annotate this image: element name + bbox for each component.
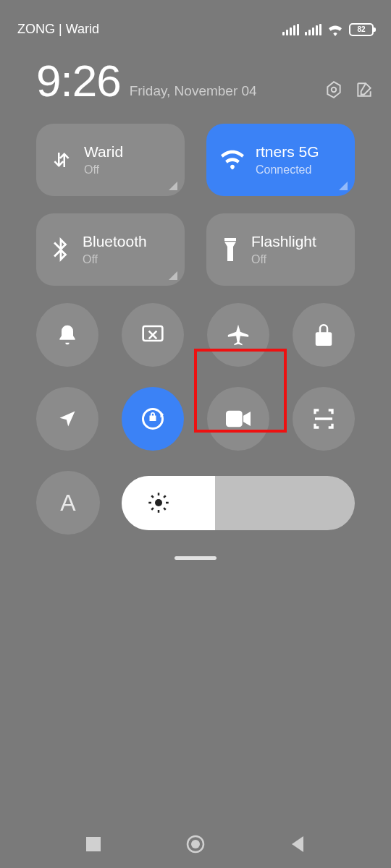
panel-handle[interactable] [175, 556, 216, 560]
scanner-toggle[interactable] [293, 387, 355, 451]
svg-rect-1 [143, 326, 163, 341]
bluetooth-sub: Off [83, 253, 147, 266]
bluetooth-tile[interactable]: Bluetooth Off [36, 213, 185, 286]
bell-icon [56, 323, 79, 346]
carrier-label: ZONG | Warid [17, 22, 99, 37]
airplane-toggle[interactable] [207, 303, 269, 367]
status-bar: ZONG | Warid 82 [0, 0, 391, 44]
rotation-lock-icon [140, 406, 166, 432]
video-icon [226, 410, 251, 427]
sound-toggle[interactable] [36, 303, 98, 367]
svg-point-4 [155, 499, 162, 506]
svg-line-12 [164, 495, 166, 498]
recents-button[interactable] [86, 837, 101, 851]
wifi-sub: Connected [256, 163, 319, 176]
location-arrow-icon [57, 409, 77, 429]
back-button[interactable] [290, 836, 305, 852]
brightness-icon [148, 492, 169, 514]
flashlight-sub: Off [251, 253, 316, 266]
expand-icon[interactable] [169, 271, 177, 280]
wifi-tile[interactable]: rtners 5G Connected [206, 124, 355, 196]
auto-brightness-toggle[interactable]: A [36, 471, 100, 535]
clock-time: 9:26 [36, 59, 121, 103]
header: 9:26 Friday, November 04 [0, 44, 391, 111]
svg-line-10 [164, 508, 166, 510]
svg-line-11 [151, 508, 154, 510]
airplane-icon [226, 323, 251, 347]
lock-icon [314, 324, 334, 346]
scan-icon [312, 407, 335, 430]
flashlight-icon [221, 238, 240, 261]
home-button[interactable] [186, 835, 205, 854]
svg-point-15 [191, 840, 200, 848]
signal-icon-2 [305, 24, 321, 35]
svg-point-0 [332, 88, 337, 93]
quick-settings: Warid Off rtners 5G Connected Bluetooth … [0, 111, 391, 560]
svg-rect-3 [226, 411, 243, 427]
settings-icon[interactable] [324, 80, 343, 99]
nav-bar [0, 835, 391, 854]
bluetooth-label: Bluetooth [83, 233, 147, 250]
wifi-icon [221, 150, 244, 170]
mobile-data-sub: Off [84, 163, 123, 176]
flashlight-label: Flashlight [251, 233, 316, 250]
brightness-slider[interactable] [122, 476, 355, 530]
expand-icon[interactable] [169, 182, 177, 190]
autorotate-toggle[interactable] [122, 387, 184, 451]
clock-date: Friday, November 04 [130, 83, 316, 99]
screenshot-toggle[interactable] [122, 303, 184, 367]
screenrecord-toggle[interactable] [207, 387, 269, 451]
status-icons: 82 [282, 23, 374, 36]
mobile-data-icon [51, 149, 72, 171]
wifi-status-icon [327, 23, 343, 36]
mobile-data-label: Warid [84, 143, 123, 161]
expand-icon[interactable] [339, 182, 348, 190]
edit-icon[interactable] [355, 80, 374, 99]
svg-line-9 [151, 495, 154, 498]
auto-brightness-label: A [60, 490, 75, 516]
screenshot-icon [141, 324, 164, 346]
location-toggle[interactable] [36, 387, 98, 451]
brightness-fill [122, 476, 215, 530]
flashlight-tile[interactable]: Flashlight Off [206, 213, 355, 286]
bluetooth-icon [51, 237, 71, 262]
lock-toggle[interactable] [293, 303, 355, 367]
mobile-data-tile[interactable]: Warid Off [36, 124, 185, 196]
battery-icon: 82 [349, 23, 374, 36]
svg-rect-13 [86, 837, 101, 851]
signal-icon-1 [282, 24, 299, 35]
wifi-label: rtners 5G [256, 143, 319, 161]
